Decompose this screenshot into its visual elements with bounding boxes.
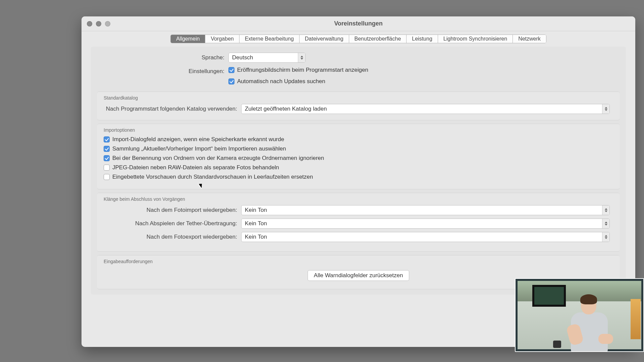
auto-updates-checkbox[interactable]: [228, 78, 234, 84]
settings-label: Einstellungen:: [91, 68, 228, 75]
stepper-icon: [298, 53, 305, 62]
import-option-row: JPEG-Dateien neben RAW-Dateien als separ…: [104, 164, 613, 171]
titlebar: Voreinstellungen: [82, 16, 635, 31]
tabbar: AllgemeinVorgabenExterne BearbeitungDate…: [82, 31, 635, 47]
import-option-checkbox[interactable]: [104, 165, 110, 171]
prompts-title: Eingabeaufforderungen: [104, 259, 613, 264]
sound-row: Nach dem Fotoexport wiedergeben:Kein Ton: [104, 232, 613, 242]
import-option-checkbox[interactable]: [104, 174, 110, 180]
stepper-icon: [602, 104, 609, 114]
stepper-icon: [602, 232, 609, 242]
import-option-row: Bei der Benennung von Ordnern von der Ka…: [104, 155, 613, 162]
sound-select[interactable]: Kein Ton: [241, 219, 610, 229]
traffic-lights: [87, 21, 110, 26]
import-option-label: Import-Dialogfeld anzeigen, wenn eine Sp…: [112, 136, 284, 143]
import-option-checkbox[interactable]: [104, 155, 110, 161]
sound-label: Nach dem Fotoexport wiedergeben:: [104, 234, 241, 240]
import-options-title: Importoptionen: [104, 127, 613, 133]
tab-netzwerk[interactable]: Netzwerk: [513, 35, 546, 43]
tab-externe-bearbeitung[interactable]: Externe Bearbeitung: [239, 35, 300, 43]
import-option-checkbox[interactable]: [104, 146, 110, 152]
import-option-row: Eingebettete Vorschauen durch Standardvo…: [104, 174, 613, 180]
stepper-icon: [602, 205, 609, 215]
sound-value: Kein Ton: [245, 220, 267, 227]
panel: Sprache: Deutsch Einstellungen: Eröffnun…: [91, 47, 626, 295]
sound-row: Nach dem Fotoimport wiedergeben:Kein Ton: [104, 205, 613, 215]
language-label: Sprache:: [91, 54, 228, 61]
import-option-label: Bei der Benennung von Ordnern von der Ka…: [112, 155, 324, 162]
settings-row-1: Einstellungen: Eröffnungsbildschirm beim…: [91, 67, 626, 76]
sounds-section: Klänge beim Abschluss von Vorgängen Nach…: [97, 193, 620, 252]
settings-row-2: Automatisch nach Updates suchen: [91, 78, 626, 87]
auto-updates-checkbox-row: Automatisch nach Updates suchen: [228, 78, 325, 85]
tab-vorgaben[interactable]: Vorgaben: [205, 35, 239, 43]
sound-select[interactable]: Kein Ton: [241, 205, 610, 215]
default-catalog-section: Standardkatalog Nach Programmstart folge…: [97, 92, 620, 120]
default-catalog-value: Zuletzt geöffneten Katalog laden: [245, 106, 327, 112]
import-option-row: Import-Dialogfeld anzeigen, wenn eine Sp…: [104, 136, 613, 143]
default-catalog-label: Nach Programmstart folgenden Katalog ver…: [104, 106, 241, 112]
show-splash-label: Eröffnungsbildschirm beim Programmstart …: [237, 67, 368, 73]
import-option-checkbox[interactable]: [104, 136, 110, 142]
sounds-title: Klänge beim Abschluss von Vorgängen: [104, 196, 613, 202]
language-select[interactable]: Deutsch: [228, 53, 306, 63]
sound-select[interactable]: Kein Ton: [241, 232, 610, 242]
auto-updates-label: Automatisch nach Updates suchen: [237, 78, 325, 85]
import-options-section: Importoptionen Import-Dialogfeld anzeige…: [97, 124, 620, 189]
reset-warnings-button[interactable]: Alle Warndialogfelder zurücksetzen: [308, 270, 410, 281]
language-row: Sprache: Deutsch: [91, 53, 626, 63]
tab-benutzeroberfläche[interactable]: Benutzeroberfläche: [349, 35, 407, 43]
default-catalog-title: Standardkatalog: [104, 95, 613, 101]
default-catalog-select[interactable]: Zuletzt geöffneten Katalog laden: [241, 104, 610, 114]
stepper-icon: [602, 219, 609, 228]
import-option-label: Eingebettete Vorschauen durch Standardvo…: [112, 174, 313, 180]
show-splash-checkbox[interactable]: [228, 67, 234, 73]
language-value: Deutsch: [232, 54, 253, 61]
import-option-row: Sammlung „Aktueller/Vorheriger Import“ b…: [104, 145, 613, 152]
sound-value: Kein Ton: [245, 234, 267, 240]
tab-leistung[interactable]: Leistung: [407, 35, 438, 43]
tab-lightroom-synchronisieren[interactable]: Lightroom Synchronisieren: [438, 35, 513, 43]
video-overlay: [515, 278, 644, 352]
close-button[interactable]: [87, 21, 92, 26]
sound-value: Kein Ton: [245, 207, 267, 214]
import-option-label: JPEG-Dateien neben RAW-Dateien als separ…: [112, 164, 279, 171]
sound-label: Nach Abspielen der Tether-Übertragung:: [104, 220, 241, 227]
tab-dateiverwaltung[interactable]: Dateiverwaltung: [300, 35, 349, 43]
import-option-label: Sammlung „Aktueller/Vorheriger Import“ b…: [112, 145, 286, 152]
sound-row: Nach Abspielen der Tether-Übertragung:Ke…: [104, 219, 613, 229]
window-title: Voreinstellungen: [82, 20, 635, 27]
sound-label: Nach dem Fotoimport wiedergeben:: [104, 207, 241, 214]
tab-allgemein[interactable]: Allgemein: [171, 35, 205, 43]
minimize-button[interactable]: [96, 21, 101, 26]
show-splash-checkbox-row: Eröffnungsbildschirm beim Programmstart …: [228, 67, 368, 73]
maximize-button[interactable]: [105, 21, 110, 26]
